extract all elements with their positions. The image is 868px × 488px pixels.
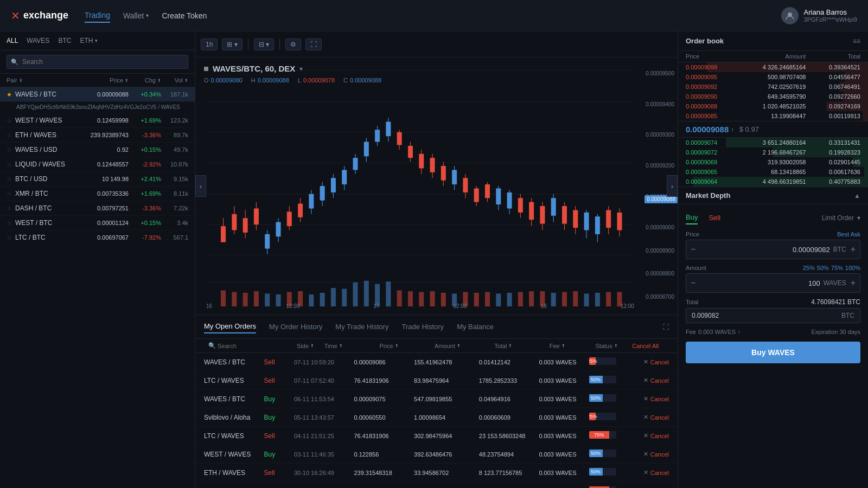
- cancel-all-btn[interactable]: Cancel All: [632, 342, 669, 349]
- pair-search-input[interactable]: [7, 55, 188, 69]
- pair-tab-eth[interactable]: ETH ▾: [80, 36, 98, 46]
- pair-tab-all[interactable]: ALL: [7, 36, 18, 46]
- of-amount-minus-btn[interactable]: −: [691, 278, 695, 288]
- pair-vol-7: 7.22k: [161, 205, 188, 211]
- ob-collapse-icon[interactable]: ≡≡: [853, 37, 860, 45]
- pair-tab-waves[interactable]: WAVES: [27, 36, 49, 46]
- svg-rect-48: [430, 158, 435, 172]
- of-fee-arrow[interactable]: ↑: [738, 329, 741, 335]
- star-5[interactable]: ☆: [7, 176, 12, 183]
- timeframe-1h-btn[interactable]: 1h: [201, 38, 218, 50]
- tab-trade-history[interactable]: My Trade History: [335, 320, 388, 333]
- tab-open-orders[interactable]: My Open Orders: [204, 320, 256, 333]
- pair-row-4[interactable]: ☆ LIQUID / WAVES 0.12448557 -2.92% 10.87…: [0, 157, 195, 172]
- ob-ask-5[interactable]: 0.00009085 13.19908447 0.00119913: [678, 111, 868, 121]
- ob-ask-3[interactable]: 0.00009090 649.34595790 0.09272660: [678, 92, 868, 101]
- star-6[interactable]: ☆: [7, 190, 12, 197]
- chart-fullscreen-btn[interactable]: ⛶: [305, 38, 322, 50]
- star-9[interactable]: ☆: [7, 234, 12, 241]
- order-type-selector[interactable]: Limit Order ▾: [822, 214, 860, 222]
- star-1[interactable]: ☆: [7, 117, 12, 124]
- ob-ask-2[interactable]: 0.00009092 742.02507619 0.06746491: [678, 82, 868, 92]
- order-cancel-0[interactable]: ✕ Cancel: [629, 358, 669, 365]
- of-amount-input[interactable]: [700, 279, 820, 287]
- ob-ask-1[interactable]: 0.00009095 500.98707408 0.04556477: [678, 72, 868, 82]
- ob-col-amount-label: Amount: [741, 53, 806, 60]
- tab-order-history[interactable]: My Order History: [269, 320, 322, 333]
- tab-trade-history-all[interactable]: Trade History: [402, 320, 444, 333]
- chart-next-btn[interactable]: ›: [667, 175, 678, 197]
- order-cancel-5[interactable]: ✕ Cancel: [629, 451, 669, 458]
- of-amount-plus-btn[interactable]: +: [851, 278, 856, 288]
- order-type-label: Limit Order: [822, 214, 854, 222]
- order-cancel-3[interactable]: ✕ Cancel: [629, 414, 669, 421]
- order-cancel-4[interactable]: ✕ Cancel: [629, 432, 669, 439]
- ob-bid-0[interactable]: 0.00009074 3 651.24880164 0.33131431: [678, 138, 868, 147]
- of-pct-75-btn[interactable]: 75%: [831, 265, 843, 271]
- pair-row-6[interactable]: ☆ XMR / BTC 0.00735336 +1.69% 8.11k: [0, 187, 195, 201]
- of-price-minus-btn[interactable]: −: [691, 245, 695, 254]
- ob-bid-4[interactable]: 0.00009064 4 498.66319851 0.40775883: [678, 177, 868, 187]
- of-pct-100-btn[interactable]: 100%: [845, 265, 860, 271]
- of-pct-25-btn[interactable]: 25%: [803, 265, 815, 271]
- orders-search-input[interactable]: [218, 343, 292, 349]
- ohlc-c-label: C: [343, 77, 348, 84]
- ob-ask-price-2: 0.00009092: [686, 84, 741, 90]
- order-cancel-1[interactable]: ✕ Cancel: [629, 377, 669, 384]
- pair-row-9[interactable]: ☆ LTC / BTC 0.00697067 -7.92% 567.1: [0, 230, 195, 245]
- ob-ask-amount-1: 500.98707408: [741, 74, 806, 80]
- of-fee-row: Fee 0.003 WAVES ↑ Expiration 30 days: [686, 329, 860, 335]
- chart-pair-arrow[interactable]: ▾: [299, 65, 303, 73]
- center-panel: 1h ⊞ ▾ ⊟ ▾ ⚙ ⛶ WAVES/BTC, 60, DEX ▾ O0.0…: [195, 31, 678, 488]
- buy-waves-btn[interactable]: Buy WAVES: [686, 342, 860, 363]
- tab-my-balance[interactable]: My Balance: [457, 320, 494, 333]
- of-tab-sell[interactable]: Sell: [709, 211, 720, 224]
- ob-ask-0[interactable]: 0.00009099 4 326.24685164 0.39364521: [678, 62, 868, 72]
- ob-bid-2[interactable]: 0.00009069 319.93002058 0.02901445: [678, 157, 868, 167]
- pair-row-3[interactable]: ☆ WAVES / USD 0.92 +0.15% 49.7k: [0, 143, 195, 157]
- ob-ask-4[interactable]: 0.00009088 1 020.48521025 0.09274169: [678, 101, 868, 111]
- of-tab-buy[interactable]: Buy: [686, 211, 698, 224]
- pair-row-8[interactable]: ☆ WEST / BTC 0.00001124 +0.15% 3.4k: [0, 216, 195, 230]
- of-pct-50-btn[interactable]: 50%: [817, 265, 829, 271]
- chart-prev-btn[interactable]: ‹: [195, 175, 206, 197]
- star-8[interactable]: ☆: [7, 220, 12, 227]
- star-2[interactable]: ☆: [7, 132, 12, 139]
- ob-bid-amount-2: 319.93002058: [741, 159, 806, 165]
- pair-vol-0: 187.1k: [161, 91, 188, 98]
- price-8900: 0.00008900: [646, 248, 674, 254]
- of-price-plus-btn[interactable]: +: [851, 245, 856, 254]
- order-side-6: Sell: [264, 469, 294, 477]
- expand-orders-icon[interactable]: ⛶: [662, 323, 669, 331]
- of-best-ask-label[interactable]: Best Ask: [837, 231, 860, 237]
- market-depth-toggle[interactable]: ▲: [854, 192, 860, 200]
- star-0[interactable]: ★: [7, 91, 12, 98]
- chart-settings-btn[interactable]: ⚙: [285, 38, 301, 50]
- nav-trading[interactable]: Trading: [85, 9, 110, 23]
- pair-row-5[interactable]: ☆ BTC / USD 10 149.98 +2.41% 9.15k: [0, 172, 195, 187]
- pair-row-0[interactable]: ★ WAVES / BTC 0.00009088 +0.34% 187.1k: [0, 87, 195, 102]
- star-7[interactable]: ☆: [7, 205, 12, 212]
- order-row-0: WAVES / BTC Sell 07-11 10:59:20 0.000090…: [195, 353, 678, 371]
- order-cancel-2[interactable]: ✕ Cancel: [629, 395, 669, 402]
- chart-type-btn[interactable]: ⊞ ▾: [222, 38, 242, 50]
- ob-bid-3[interactable]: 0.00009065 68.13418865 0.00617636: [678, 167, 868, 177]
- svg-rect-66: [529, 202, 534, 220]
- pair-row-7[interactable]: ☆ DASH / BTC 0.00797251 -3.36% 7.22k: [0, 201, 195, 216]
- pair-detail-0: ABFYQjwDHSct6rNk59k3snoZfAqNHVZdHz4VGJe2…: [0, 102, 195, 113]
- pair-tab-btc[interactable]: BTC: [58, 36, 71, 46]
- nav-create-token[interactable]: Create Token: [162, 11, 207, 20]
- pair-row-2[interactable]: ☆ ETH / WAVES 239.92389743 -3.36% 89.7k: [0, 128, 195, 143]
- of-total-input-val: 0.009082: [692, 312, 719, 319]
- chart-indicator-btn[interactable]: ⊟ ▾: [254, 38, 274, 50]
- nav-wallet[interactable]: Wallet ▾: [123, 11, 149, 20]
- order-cancel-6[interactable]: ✕ Cancel: [629, 469, 669, 476]
- ohlc-h-label: H: [251, 77, 256, 84]
- pair-price-2: 239.92389743: [80, 132, 129, 138]
- price-9300: 0.00009300: [646, 132, 674, 138]
- of-price-input[interactable]: [700, 246, 829, 254]
- ob-bid-1[interactable]: 0.00009072 2 196.68467267 0.19928323: [678, 147, 868, 157]
- pair-row-1[interactable]: ☆ WEST / WAVES 0.12459998 +1.69% 123.2k: [0, 113, 195, 128]
- star-3[interactable]: ☆: [7, 146, 12, 153]
- star-4[interactable]: ☆: [7, 161, 12, 168]
